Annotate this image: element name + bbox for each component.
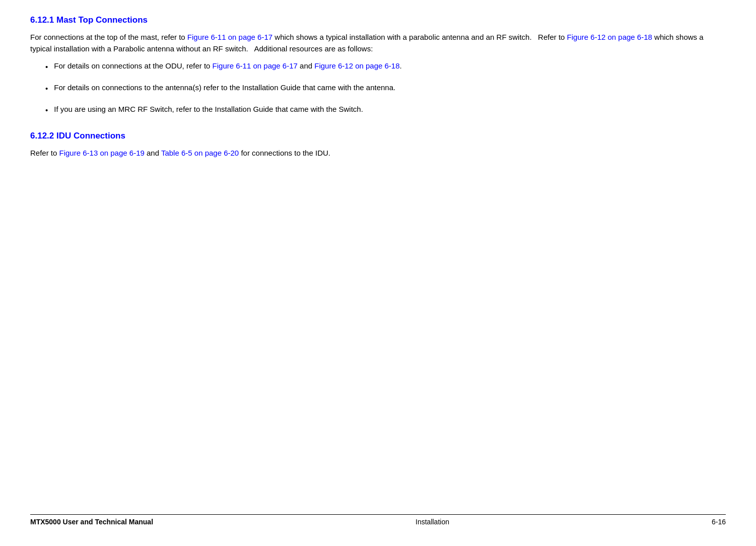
- list-item-1-text: For details on connections at the ODU, r…: [54, 60, 726, 72]
- section-2-paragraph-1: Refer to Figure 6-13 on page 6-19 and Ta…: [30, 147, 726, 159]
- list-item-2: • For details on connections to the ante…: [45, 82, 726, 94]
- list-item-3-text: If you are using an MRC RF Switch, refer…: [54, 103, 726, 115]
- bullet-1: •: [45, 61, 48, 73]
- para2-text2: and: [145, 149, 161, 157]
- li1-text2: and: [298, 61, 314, 70]
- link-fig-6-12-b[interactable]: Figure 6-12 on page 6-18: [314, 61, 399, 70]
- footer-right: 6-16: [712, 518, 726, 526]
- bullet-3: •: [45, 104, 48, 116]
- list-item-3: • If you are using an MRC RF Switch, ref…: [45, 103, 726, 116]
- page-container: 6.12.1 Mast Top Connections For connecti…: [0, 0, 756, 546]
- para2-text3: for connections to the IDU.: [239, 149, 330, 157]
- li1-text3: .: [400, 61, 402, 70]
- para2-text1: Refer to: [30, 149, 59, 157]
- link-fig-6-11-a[interactable]: Figure 6-11 on page 6-17: [187, 33, 272, 41]
- footer-left: MTX5000 User and Technical Manual: [30, 518, 153, 526]
- para1-text1: For connections at the top of the mast, …: [30, 33, 187, 41]
- footer-left-text: User and Technical Manual: [61, 518, 153, 526]
- section-2-heading: 6.12.2 IDU Connections: [30, 131, 726, 141]
- list-item-2-text: For details on connections to the antenn…: [54, 82, 726, 93]
- link-fig-6-12[interactable]: Figure 6-12 on page 6-18: [567, 33, 652, 41]
- section-1-paragraph-1: For connections at the top of the mast, …: [30, 31, 726, 55]
- bullet-list: • For details on connections at the ODU,…: [45, 60, 726, 116]
- para1-text2: which shows a typical installation with …: [272, 33, 567, 41]
- footer-center: Installation: [416, 518, 449, 526]
- li1-text1: For details on connections at the ODU, r…: [54, 61, 212, 70]
- footer-brand: MTX5000: [30, 518, 61, 526]
- list-item-1: • For details on connections at the ODU,…: [45, 60, 726, 73]
- bullet-2: •: [45, 83, 48, 94]
- link-fig-6-11-b[interactable]: Figure 6-11 on page 6-17: [213, 61, 298, 70]
- link-table-6-5[interactable]: Table 6-5 on page 6-20: [161, 149, 239, 157]
- link-fig-6-13[interactable]: Figure 6-13 on page 6-19: [59, 149, 145, 157]
- footer: MTX5000 User and Technical Manual Instal…: [30, 514, 726, 526]
- section-1-heading: 6.12.1 Mast Top Connections: [30, 15, 726, 25]
- main-content: 6.12.1 Mast Top Connections For connecti…: [30, 10, 726, 514]
